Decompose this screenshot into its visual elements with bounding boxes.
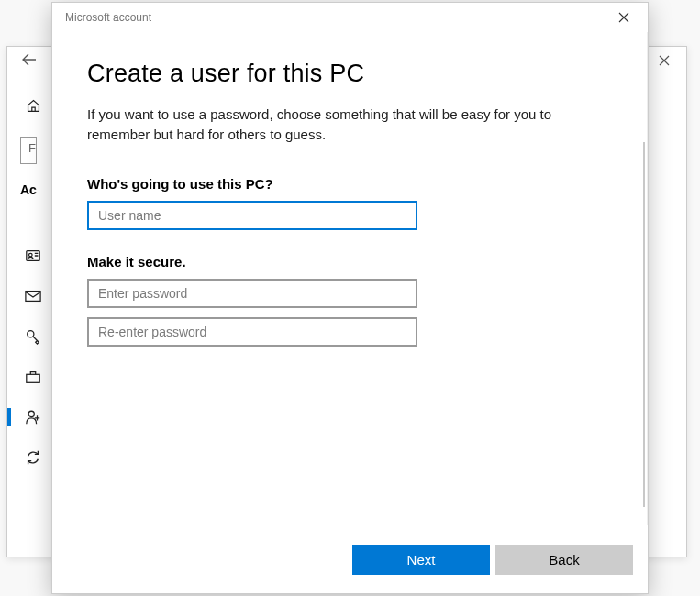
your-info-icon[interactable] [15, 239, 51, 272]
create-user-dialog: Microsoft account Create a user for this… [51, 2, 649, 594]
scrollbar[interactable] [643, 142, 645, 507]
who-section-label: Who's going to use this PC? [87, 176, 612, 192]
dialog-titlebar: Microsoft account [52, 3, 648, 32]
dialog-footer: Next Back [52, 525, 648, 593]
family-users-icon[interactable] [15, 401, 51, 434]
svg-rect-4 [27, 374, 39, 382]
next-button[interactable]: Next [352, 545, 490, 575]
svg-rect-2 [26, 292, 40, 302]
page-description: If you want to use a password, choose so… [87, 105, 612, 145]
work-access-icon[interactable] [15, 360, 51, 393]
sign-in-options-icon[interactable] [15, 320, 51, 353]
reenter-password-input[interactable] [87, 317, 417, 347]
svg-point-5 [28, 411, 34, 416]
svg-point-1 [29, 253, 33, 257]
svg-point-3 [28, 331, 34, 337]
settings-close-icon[interactable] [650, 50, 679, 73]
password-input[interactable] [87, 279, 417, 308]
sync-settings-icon[interactable] [15, 441, 51, 474]
secure-section-label: Make it secure. [87, 254, 612, 270]
settings-search-input[interactable]: F [20, 137, 37, 164]
back-button[interactable]: Back [495, 545, 633, 575]
home-icon[interactable] [26, 87, 41, 124]
dialog-body: Create a user for this PC If you want to… [52, 32, 648, 525]
back-arrow-icon[interactable] [15, 50, 44, 73]
close-icon[interactable] [604, 4, 644, 31]
dialog-window-title: Microsoft account [65, 11, 151, 24]
page-title: Create a user for this PC [87, 60, 612, 88]
email-icon[interactable] [15, 280, 51, 313]
username-input[interactable] [87, 201, 417, 230]
